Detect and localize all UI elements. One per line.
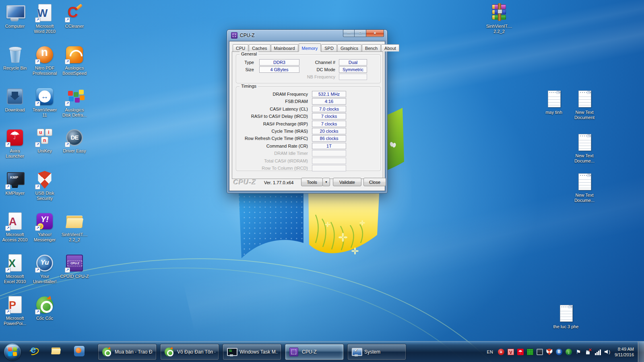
- cpuz-logo: CPU-Z: [233, 179, 256, 187]
- excel-icon: ↗: [5, 253, 25, 273]
- taskbar-button-label: Mua bán - Trao Đ...: [115, 349, 153, 355]
- desktop-icon-usb-disk-security[interactable]: ↗USB Disk Security: [29, 170, 60, 201]
- desktop-icon-kmplayer[interactable]: ↗KMPlayer: [0, 170, 30, 196]
- kmplayer-icon: ↗: [5, 170, 25, 189]
- pinned-windows-explorer[interactable]: [51, 345, 64, 359]
- desktop-icon-microsoft-word-2010[interactable]: ↗Microsoft Word 2010: [29, 3, 60, 34]
- taskbar-button-label: CPU-Z: [302, 349, 317, 355]
- shortcut-arrow-icon: ↗: [5, 184, 10, 189]
- desktop-icon-recycle-bin[interactable]: Recycle Bin: [0, 45, 30, 71]
- minimize-button[interactable]: —: [343, 30, 355, 37]
- tab-spd[interactable]: SPD: [321, 44, 337, 51]
- start-button[interactable]: [4, 343, 21, 360]
- tray-date: 9/11/2016: [615, 352, 634, 358]
- desktop-icon-download[interactable]: Download: [0, 87, 30, 113]
- avira-icon[interactable]: ☂: [517, 349, 524, 355]
- desktop-icon-new-text-docume[interactable]: New Text Docume...: [569, 133, 600, 164]
- desktop-icon-new-text-docume[interactable]: New Text Docume...: [569, 172, 600, 203]
- tab-mainboard[interactable]: Mainboard: [271, 44, 298, 51]
- start-flag-pane: [13, 352, 17, 356]
- show-desktop-button[interactable]: [638, 341, 644, 362]
- volume-icon[interactable]: [604, 349, 611, 355]
- desktop-icon-your-unin-staller[interactable]: ↗Your Unin-staller!: [29, 253, 60, 284]
- desktop-icon-sinhvienit-2-2-2[interactable]: SinhVienIT.... 2.2_2: [484, 3, 514, 34]
- desktop-icon-the-luc-3-phe[interactable]: the luc 3 phe: [551, 304, 581, 329]
- desktop-icon-unikey[interactable]: uin↗UniKey: [29, 128, 60, 154]
- desktop-icon-label: CPUID CPU-Z: [59, 274, 90, 279]
- validate-button[interactable]: Validate: [333, 178, 361, 186]
- desktop-icon-ccleaner[interactable]: ↗CCleaner: [59, 3, 90, 29]
- desktop-icon-label: New Text Document: [569, 110, 600, 120]
- desktop-icon-c-c-c-c[interactable]: ↗Cốc Cốc: [29, 295, 60, 321]
- desktop-icon-yahoo-messenger[interactable]: ☺↗Yahoo! Messenger: [29, 212, 60, 243]
- desktop-icon-may-tinh[interactable]: may tinh: [539, 89, 569, 115]
- desktop-icon-nitro-pdf-professional[interactable]: ↗Nitro PDF Professional: [29, 45, 60, 76]
- desktop-icon-avira-launcher[interactable]: ↗Avira Launcher: [0, 128, 30, 159]
- tab-cpu[interactable]: CPU: [233, 44, 248, 51]
- bluetooth-icon[interactable]: B: [556, 349, 562, 355]
- tab-graphics[interactable]: Graphics: [337, 44, 361, 51]
- taskbar-button-system[interactable]: System: [347, 344, 406, 360]
- coccoc-icon: ↗: [35, 295, 54, 315]
- taskmgr-taskbar-icon: [226, 347, 237, 357]
- drivereasy-icon: ↗: [65, 128, 84, 147]
- pinned-internet-explorer[interactable]: [28, 345, 42, 359]
- desktop-icon-microsoft-powerpoi[interactable]: ↗Microsoft PowerPoi...: [0, 295, 30, 326]
- tools-button[interactable]: Tools: [301, 178, 323, 186]
- unikey-vietnamese-icon[interactable]: V: [508, 349, 514, 355]
- pinned-windows-media-player[interactable]: [73, 345, 87, 359]
- tab-bench[interactable]: Bench: [362, 44, 381, 51]
- desktop-icon-new-text-document[interactable]: New Text Document: [569, 89, 600, 120]
- network-signal-icon[interactable]: [594, 349, 601, 355]
- desktop-icon-teamviewer-11[interactable]: ↗TeamViewer 11: [29, 87, 60, 118]
- desktop-icon-label: Microsoft Word 2010: [29, 24, 60, 34]
- recyclebin-icon: [5, 45, 25, 64]
- taskbar-button-v-o-an-t-n[interactable]: Võ Đạo Đan Tôn -...: [160, 344, 219, 360]
- desktop-icon-microsoft-access-2010[interactable]: ↗Microsoft Access 2010: [0, 212, 30, 243]
- timing-value-cycle-time-tras: 20 clocks: [312, 128, 346, 134]
- winrar-icon: [489, 3, 509, 23]
- textdoc-icon: [556, 304, 576, 323]
- maximize-button[interactable]: □: [355, 30, 366, 37]
- display-settings-icon[interactable]: [537, 349, 543, 355]
- field-value-dc-mode: Symmetric: [339, 66, 367, 73]
- desktop-icon-label: Yahoo! Messenger: [29, 232, 60, 243]
- close-window-button[interactable]: ×: [366, 30, 384, 37]
- desktop-icon-sinhvienit-2-2-2[interactable]: SinhVienIT.... 2.2_2: [59, 212, 90, 243]
- desktop-icon-driver-easy[interactable]: ↗Driver Easy: [59, 128, 90, 154]
- desktop-icon-auslogics-disk-defra[interactable]: ↗Auslogics Disk Defra...: [59, 87, 90, 118]
- usb-disk-security-icon[interactable]: [546, 349, 553, 355]
- desktop-icon-label: KMPlayer: [0, 191, 30, 196]
- desktop-icon-cpuid-cpu-z[interactable]: ↗CPUID CPU-Z: [59, 253, 90, 279]
- timing-label-dram-frequency: DRAM Frequency: [237, 91, 308, 97]
- taskbar-button-windows-task-m[interactable]: Windows Task M...: [223, 344, 281, 360]
- pinned-apps: [28, 345, 87, 359]
- field-label-type: Type: [237, 60, 254, 66]
- tools-dropdown-button[interactable]: ▼: [322, 178, 330, 186]
- teamviewer-icon[interactable]: +: [498, 349, 504, 355]
- timing-label-cas-latency-cl: CAS# Latency (CL): [237, 106, 308, 112]
- language-indicator[interactable]: EN: [487, 350, 493, 354]
- tab-memory[interactable]: Memory: [299, 43, 321, 51]
- power-plug-disconnected-icon[interactable]: [585, 349, 591, 355]
- taskbar-button-cpu-z[interactable]: CPU-Z: [285, 344, 344, 360]
- taskbar-button-mua-b-n-trao[interactable]: Mua bán - Trao Đ...: [98, 344, 157, 360]
- clock[interactable]: 8:49 AM 9/11/2016: [615, 346, 634, 358]
- taskbar-button-label: Võ Đạo Đan Tôn -...: [177, 349, 215, 355]
- tab-about[interactable]: About: [381, 44, 399, 51]
- timing-value-fsb-dram: 4:16: [312, 98, 346, 105]
- cpuz-app-icon: [231, 32, 237, 39]
- desktop-icon-microsoft-excel-2010[interactable]: ↗Microsoft Excel 2010: [0, 253, 30, 284]
- desktop-icon-auslogics-boostspeed[interactable]: ↗Auslogics BoostSpeed: [59, 45, 90, 76]
- shortcut-arrow-icon: ↗: [35, 59, 40, 64]
- internet-download-manager-icon[interactable]: ↓: [566, 349, 572, 355]
- green-grid-app-icon[interactable]: [527, 349, 533, 355]
- close-dialog-button[interactable]: Close: [363, 178, 386, 186]
- desktop-icon-computer[interactable]: Computer: [0, 3, 30, 29]
- desktop-icon-label: Computer: [0, 24, 30, 29]
- desktop-icon-label: Nitro PDF Professional: [29, 66, 60, 76]
- tab-caches[interactable]: Caches: [249, 44, 270, 51]
- timing-label-fsb-dram: FSB:DRAM: [237, 99, 308, 105]
- computer-icon: [5, 3, 25, 23]
- action-center-flag-icon[interactable]: ⚑: [575, 349, 582, 355]
